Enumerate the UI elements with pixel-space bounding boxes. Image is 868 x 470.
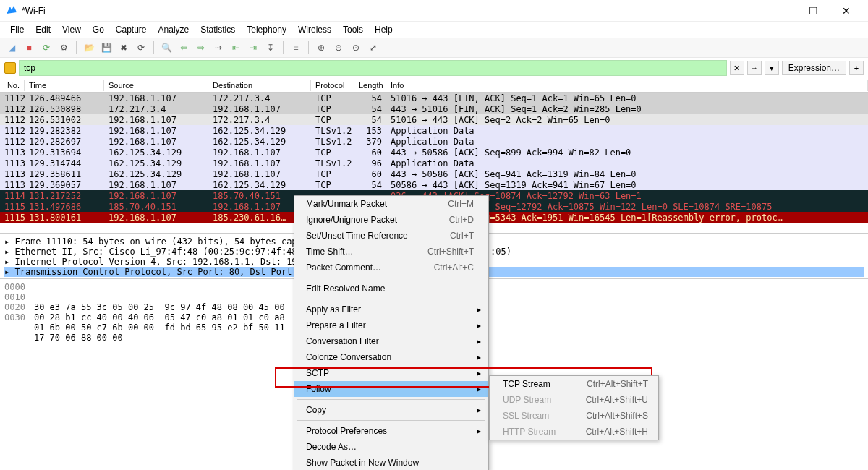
ctx-conversation-filter[interactable]: Conversation Filter▸ [294,333,488,349]
packet-row[interactable]: 11132129.313694162.125.34.129192.168.1.1… [0,147,868,158]
title-bar: *Wi-Fi — ☐ ✕ [0,0,868,22]
col-protocol[interactable]: Protocol [311,80,354,91]
col-info[interactable]: Info [386,80,868,91]
col-destination[interactable]: Destination [208,80,311,91]
capture-options-icon[interactable]: ⚙ [56,40,71,55]
ctx-mark-packet[interactable]: Mark/Unmark PacketCtrl+M [294,196,488,212]
col-no[interactable]: No. [0,80,25,91]
ctx-copy[interactable]: Copy▸ [294,402,488,418]
apply-filter-button[interactable]: → [747,61,762,75]
colorize-icon[interactable]: ≡ [289,40,303,55]
packet-row[interactable]: 11126126.531002192.168.1.107172.217.3.4T… [0,114,868,125]
save-file-icon[interactable]: 💾 [99,40,114,55]
ctx-time-reference[interactable]: Set/Unset Time ReferenceCtrl+T [294,228,488,244]
ctx-edit-resolved-name[interactable]: Edit Resolved Name [294,281,488,296]
col-source[interactable]: Source [104,80,208,91]
ctx-time-shift[interactable]: Time Shift…Ctrl+Shift+T [294,244,488,260]
menu-file[interactable]: File [4,23,30,36]
separator [283,41,284,54]
packet-row[interactable]: 11125126.530898172.217.3.4192.168.1.107T… [0,103,868,114]
col-time[interactable]: Time [25,80,104,91]
menu-statistics[interactable]: Statistics [195,23,241,36]
zoom-reset-icon[interactable]: ⊙ [349,40,363,55]
ctx-colorize-conversation[interactable]: Colorize Conversation▸ [294,349,488,365]
separator [297,278,485,278]
packet-list-header: No. Time Source Destination Protocol Len… [0,78,868,93]
separator [308,41,309,54]
menu-view[interactable]: View [56,23,87,36]
find-icon[interactable]: 🔍 [159,40,174,55]
ctx-decode-as[interactable]: Decode As… [294,439,488,455]
menu-wireless[interactable]: Wireless [292,23,337,36]
separator [297,420,485,421]
ctx-sctp[interactable]: SCTP▸ [294,365,488,381]
zoom-in-icon[interactable]: ⊕ [314,40,328,55]
separator [297,299,485,299]
clear-filter-button[interactable]: ✕ [730,61,744,75]
packet-row[interactable]: 11124126.489466192.168.1.107172.217.3.4T… [0,93,868,103]
resize-columns-icon[interactable]: ⤢ [366,40,380,55]
close-file-icon[interactable]: ✖ [116,40,131,55]
menu-capture[interactable]: Capture [110,23,153,36]
follow-submenu[interactable]: TCP StreamCtrl+Alt+Shift+T UDP StreamCtr… [489,375,659,440]
packet-row[interactable]: 11133129.314744162.125.34.129192.168.1.1… [0,158,868,168]
window-title: *Wi-Fi [22,6,765,16]
col-length[interactable]: Length [354,80,386,91]
menu-telephony[interactable]: Telephony [241,23,292,36]
go-to-packet-icon[interactable]: ⇢ [211,40,226,55]
minimize-button[interactable]: — [765,0,797,22]
hex-bytes: 30 e3 7a 55 3c 05 00 25 9c 97 4f 48 08 0… [34,282,285,363]
display-filter-input[interactable] [19,60,727,76]
open-file-icon[interactable]: 📂 [82,40,96,55]
separator [76,41,77,54]
separator [297,399,485,400]
stop-capture-icon[interactable]: ■ [22,40,36,55]
menu-go[interactable]: Go [87,23,110,36]
menu-analyze[interactable]: Analyze [153,23,195,36]
context-menu[interactable]: Mark/Unmark PacketCtrl+M Ignore/Unignore… [294,195,489,470]
ctx-prepare-filter[interactable]: Prepare a Filter▸ [294,317,488,333]
first-packet-icon[interactable]: ⇤ [229,40,243,55]
wireshark-icon [6,5,17,17]
packet-row[interactable]: 11128129.282697192.168.1.107162.125.34.1… [0,136,868,147]
hex-offsets: 0000001000200030 [4,282,25,363]
start-capture-icon[interactable]: ◢ [4,40,19,55]
zoom-out-icon[interactable]: ⊖ [331,40,346,55]
expression-button[interactable]: Expression… [782,61,846,75]
ctx-apply-as-filter[interactable]: Apply as Filter▸ [294,302,488,317]
last-packet-icon[interactable]: ⇥ [246,40,260,55]
follow-http-stream[interactable]: HTTP StreamCtrl+Alt+Shift+H [490,424,658,440]
auto-scroll-icon[interactable]: ↧ [263,40,278,55]
menu-tools[interactable]: Tools [337,23,369,36]
ctx-ignore-packet[interactable]: Ignore/Unignore PacketCtrl+D [294,212,488,228]
filter-bar: ✕ → ▾ Expression… + [0,58,868,78]
separator [153,41,154,54]
ctx-show-in-new-window[interactable]: Show Packet in New Window [294,455,488,470]
packet-row[interactable]: 11138129.369057192.168.1.107162.125.34.1… [0,179,868,190]
go-back-icon[interactable]: ⇦ [176,40,191,55]
ctx-packet-comment[interactable]: Packet Comment…Ctrl+Alt+C [294,260,488,275]
ctx-follow[interactable]: Follow▸ [294,381,488,397]
toolbar: ◢ ■ ⟳ ⚙ 📂 💾 ✖ ⟳ 🔍 ⇦ ⇨ ⇢ ⇤ ⇥ ↧ ≡ ⊕ ⊖ ⊙ ⤢ [0,38,868,58]
menu-help[interactable]: Help [369,23,399,36]
maximize-button[interactable]: ☐ [797,0,830,22]
ctx-protocol-preferences[interactable]: Protocol Preferences▸ [294,423,488,439]
close-button[interactable]: ✕ [830,0,862,22]
bookmark-icon[interactable] [4,62,16,74]
packet-row[interactable]: 11127129.282382192.168.1.107162.125.34.1… [0,125,868,136]
go-forward-icon[interactable]: ⇨ [194,40,208,55]
filter-history-button[interactable]: ▾ [765,61,779,75]
follow-tcp-stream[interactable]: TCP StreamCtrl+Alt+Shift+T [490,376,658,392]
restart-capture-icon[interactable]: ⟳ [39,40,54,55]
menu-bar: File Edit View Go Capture Analyze Statis… [0,22,868,38]
packet-row[interactable]: 11137129.358611162.125.34.129192.168.1.1… [0,168,868,179]
follow-udp-stream[interactable]: UDP StreamCtrl+Alt+Shift+U [490,392,658,408]
reload-icon[interactable]: ⟳ [134,40,148,55]
follow-ssl-stream[interactable]: SSL StreamCtrl+Alt+Shift+S [490,408,658,424]
add-filter-button[interactable]: + [849,61,864,75]
menu-edit[interactable]: Edit [30,23,56,36]
